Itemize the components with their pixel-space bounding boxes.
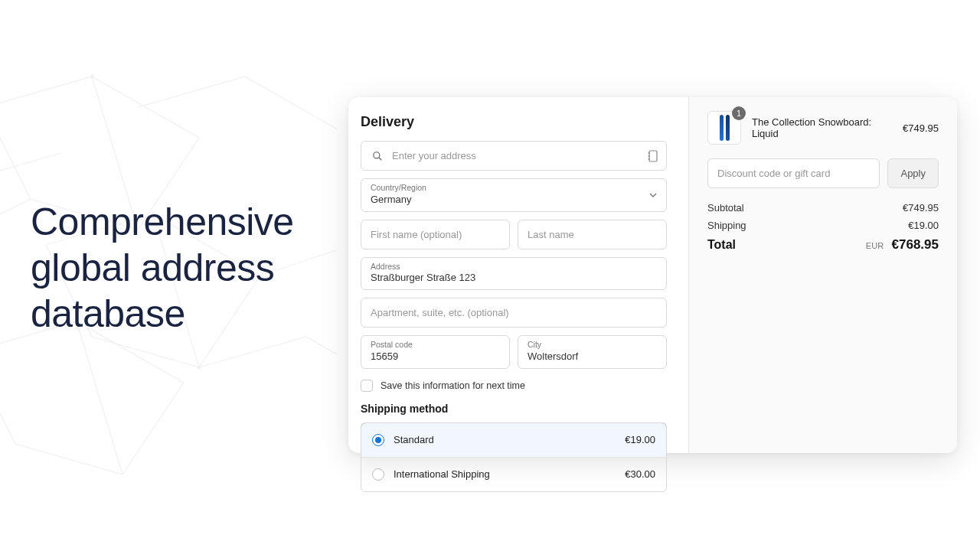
first-name-input[interactable] bbox=[361, 220, 509, 249]
apartment-field[interactable] bbox=[361, 298, 667, 328]
first-name-field[interactable] bbox=[361, 220, 510, 249]
delivery-title: Delivery bbox=[361, 114, 667, 130]
city-label: City bbox=[518, 336, 666, 349]
address-label: Address bbox=[361, 258, 666, 271]
currency-code: EUR bbox=[866, 241, 884, 250]
product-thumbnail: 1 bbox=[707, 111, 741, 145]
total-row: Total EUR €768.95 bbox=[707, 237, 939, 253]
shipping-option-name: Standard bbox=[394, 434, 434, 445]
discount-input[interactable] bbox=[708, 159, 879, 187]
last-name-field[interactable] bbox=[518, 220, 667, 249]
cart-item: 1 The Collection Snowboard: Liquid €749.… bbox=[707, 111, 939, 145]
address-book-icon[interactable] bbox=[648, 150, 658, 162]
shipping-option-price: €30.00 bbox=[625, 468, 655, 480]
shipping-option-name: International Shipping bbox=[394, 468, 490, 480]
qty-badge: 1 bbox=[732, 106, 746, 120]
subtotal-value: €749.95 bbox=[903, 202, 939, 214]
discount-field[interactable] bbox=[707, 158, 880, 188]
address-input[interactable] bbox=[361, 270, 666, 289]
subtotal-row: Subtotal €749.95 bbox=[707, 202, 939, 214]
delivery-pane: Delivery Country/Region bbox=[348, 97, 689, 453]
apply-button[interactable]: Apply bbox=[887, 158, 939, 188]
save-info-label: Save this information for next time bbox=[381, 380, 525, 391]
chevron-down-icon bbox=[649, 193, 657, 197]
total-label: Total bbox=[707, 238, 736, 252]
shipping-option-price: €19.00 bbox=[625, 434, 655, 445]
shipping-method-title: Shipping method bbox=[361, 403, 667, 415]
svg-line-4 bbox=[379, 157, 382, 160]
country-select[interactable]: Country/Region bbox=[361, 178, 667, 212]
checkbox-icon bbox=[361, 380, 373, 392]
svg-rect-5 bbox=[649, 151, 657, 161]
cart-item-name: The Collection Snowboard: Liquid bbox=[752, 116, 892, 139]
last-name-input[interactable] bbox=[518, 220, 666, 249]
country-value[interactable] bbox=[361, 192, 649, 211]
checkout-card: Delivery Country/Region bbox=[348, 97, 957, 453]
address-field[interactable]: Address bbox=[361, 257, 667, 291]
shipping-value: €19.00 bbox=[908, 220, 939, 231]
shipping-label: Shipping bbox=[707, 220, 746, 231]
city-field[interactable]: City bbox=[518, 335, 667, 369]
shipping-row: Shipping €19.00 bbox=[707, 220, 939, 231]
svg-point-0 bbox=[90, 75, 93, 78]
svg-point-3 bbox=[374, 152, 380, 158]
radio-checked-icon bbox=[372, 434, 384, 446]
shipping-options: Standard €19.00 International Shipping €… bbox=[361, 422, 667, 492]
postal-label: Postal code bbox=[361, 336, 509, 349]
address-search-field[interactable] bbox=[361, 141, 667, 171]
country-label: Country/Region bbox=[361, 179, 649, 192]
postal-input[interactable] bbox=[361, 349, 509, 368]
postal-field[interactable]: Postal code bbox=[361, 335, 510, 369]
shipping-option-standard[interactable]: Standard €19.00 bbox=[361, 422, 667, 458]
address-search-input[interactable] bbox=[383, 142, 648, 170]
total-value: €768.95 bbox=[892, 237, 939, 252]
apartment-input[interactable] bbox=[361, 298, 666, 327]
svg-point-2 bbox=[198, 366, 201, 369]
search-icon bbox=[372, 151, 383, 161]
shipping-option-international[interactable]: International Shipping €30.00 bbox=[361, 457, 666, 491]
subtotal-label: Subtotal bbox=[707, 202, 744, 214]
hero-headline: Comprehensive global address database bbox=[31, 199, 322, 337]
radio-unchecked-icon bbox=[372, 468, 384, 481]
order-summary-pane: 1 The Collection Snowboard: Liquid €749.… bbox=[689, 97, 957, 453]
cart-item-price: €749.95 bbox=[903, 122, 939, 134]
save-info-checkbox[interactable]: Save this information for next time bbox=[361, 380, 667, 392]
city-input[interactable] bbox=[518, 349, 666, 368]
